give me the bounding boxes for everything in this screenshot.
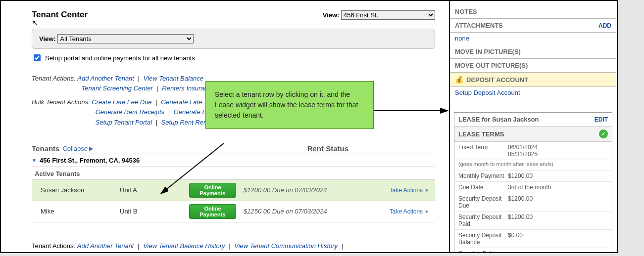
lt-duedate-v: 3rd of the month (508, 184, 608, 191)
lt-secpaid-v: $1200.00 (508, 213, 608, 227)
link-create-late-fee-due[interactable]: Create Late Fee Due (92, 98, 151, 106)
tenant-rent-status: $1250.00 Due on 07/03/2024 (244, 208, 372, 215)
lt-monthly-v: $1200.00 (508, 172, 608, 179)
rent-status-heading: Rent Status (307, 144, 348, 153)
link-tenant-screening-center[interactable]: Tenant Screening Center (82, 85, 153, 92)
collapse-icon: ▶ (89, 145, 93, 152)
lt-secbal-v: $0.00 (508, 232, 608, 246)
lease-for-label: LEASE for Susan Jackson (458, 116, 539, 123)
online-payments-button[interactable]: Online Payments (189, 204, 236, 219)
lt-monthly-k: Monthly Payment (458, 172, 508, 179)
link-generate-rent-receipts[interactable]: Generate Rent Receipts (96, 108, 164, 116)
setup-deposit-link[interactable]: Setup Deposit Account (450, 87, 616, 99)
deposit-account-heading: DEPOSIT ACCOUNT (466, 76, 528, 84)
link-add-another-tenant[interactable]: Add Another Tenant (77, 75, 134, 82)
tenant-unit: Unit B (120, 208, 189, 215)
link-view-tenant-balance[interactable]: View Tenant Balance (144, 75, 203, 82)
link-generate-late[interactable]: Generate Late (161, 98, 202, 106)
tenant-filter-panel: View: All Tenants (32, 29, 435, 49)
lt-fixed-note: (goes month to month after lease ends) (454, 160, 612, 171)
expand-caret-icon: ▼ (32, 158, 37, 163)
tenant-name: Mike (41, 208, 120, 215)
tenant-rent-status: $1200.00 Due on 07/03/2024 (244, 186, 372, 194)
tenant-actions-label: Tenant Actions: (32, 75, 76, 82)
help-callout: Select a tenant row by clicking on it, a… (205, 81, 374, 129)
property-address-row[interactable]: ▼ 456 First St., Fremont, CA, 94536 (32, 154, 435, 167)
link-view-tenant-comm-history[interactable]: View Tenant Communication History (234, 242, 338, 250)
lt-fixed-term-v: 06/01/202405/31/2025 (508, 144, 608, 158)
lt-secdue-k: Security Deposit Due (458, 195, 508, 209)
lt-fixed-term-k: Fixed Term (458, 144, 508, 158)
sidebar-attachments-heading: ATTACHMENTS (455, 22, 503, 29)
setup-portal-label: Setup portal and online payments for all… (45, 54, 195, 62)
property-view-select[interactable]: 456 First St. (341, 10, 435, 20)
chevron-down-icon: ▼ (424, 209, 429, 214)
link-setup-tenant-portal[interactable]: Setup Tenant Portal (96, 119, 152, 126)
tenant-row[interactable]: Susan Jackson Unit A Online Payments $12… (32, 180, 435, 201)
link-setup-rent-rem[interactable]: Setup Rent Ren (161, 119, 207, 126)
lt-duedate-k: Due Date (458, 184, 508, 191)
add-attachment-link[interactable]: ADD (598, 22, 611, 29)
active-tenants-header: Active Tenants (32, 167, 435, 180)
setup-portal-checkbox[interactable] (34, 54, 41, 61)
chevron-down-icon: ▼ (424, 188, 429, 193)
bulk-actions-label: Bulk Tenant Actions: (32, 98, 90, 106)
link-view-tenant-balance-history[interactable]: View Tenant Balance History (143, 242, 225, 250)
link-renters-insurance[interactable]: Renters Insuran (162, 85, 208, 92)
take-actions-menu[interactable]: Take Actions▼ (372, 208, 433, 215)
sidebar-moveout-heading: MOVE OUT PICTURE(S) (450, 59, 616, 73)
panel-view-label: View: (39, 35, 56, 43)
online-payments-button[interactable]: Online Payments (189, 183, 236, 198)
tenant-unit: Unit A (120, 186, 189, 194)
sidebar-movein-heading: MOVE IN PICTURE(S) (450, 45, 616, 59)
tenant-view-select[interactable]: All Tenants (57, 34, 194, 43)
sidebar-notes-heading: NOTES (450, 1, 616, 19)
lt-openbal-k: Opening Balance (458, 250, 508, 253)
page-title: Tenant Center (32, 10, 88, 20)
tenant-name: Susan Jackson (41, 186, 120, 194)
property-address: 456 First St., Fremont, CA, 94536 (40, 157, 140, 164)
lease-widget: LEASE for Susan Jackson EDIT LEASE TERMS… (454, 112, 612, 253)
take-actions-menu[interactable]: Take Actions▼ (372, 187, 433, 194)
lt-secpaid-k: Security Deposit Paid (458, 213, 508, 227)
moneybag-icon: 💰 (455, 76, 463, 84)
tenant-row[interactable]: Mike Unit B Online Payments $1250.00 Due… (32, 201, 435, 222)
link-add-another-tenant[interactable]: Add Another Tenant (77, 242, 134, 250)
lt-openbal-v: - (508, 250, 608, 253)
tenants-heading: Tenants (32, 144, 59, 153)
lease-edit-link[interactable]: EDIT (594, 116, 608, 123)
lt-secbal-k: Security Deposit Balance (458, 232, 508, 246)
attachments-none: none (450, 33, 616, 45)
tenant-actions-label: Tenant Actions: (32, 242, 75, 250)
link-generate-l[interactable]: Generate L (174, 108, 206, 116)
check-circle-icon: ✓ (599, 129, 608, 138)
view-label: View: (323, 11, 340, 19)
lt-secdue-v: $1200.00 (508, 195, 608, 209)
lease-terms-heading: LEASE TERMS (458, 130, 504, 138)
collapse-toggle[interactable]: Collapse (62, 145, 88, 152)
